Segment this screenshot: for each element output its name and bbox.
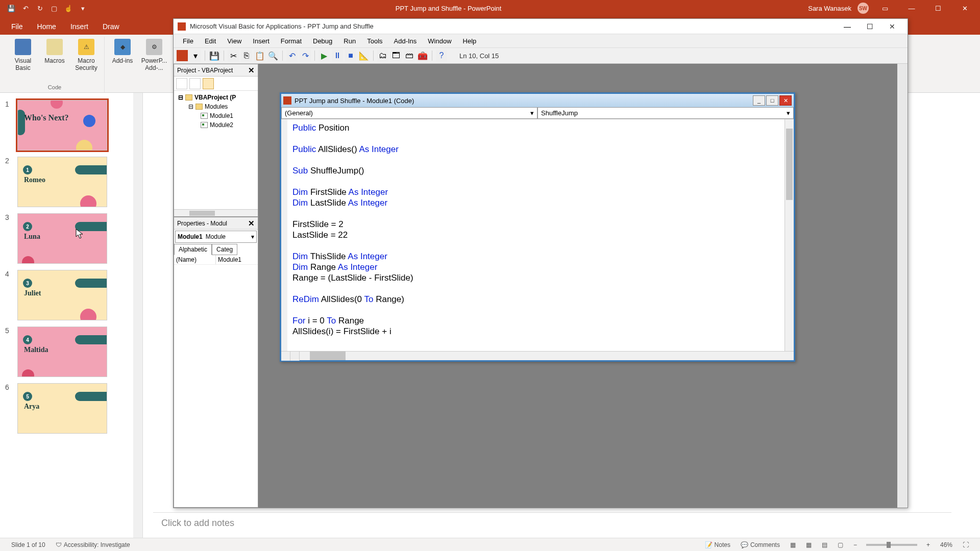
properties-tab-alphabetic[interactable]: Alphabetic xyxy=(174,244,212,255)
tb-insert-icon[interactable]: ▾ xyxy=(190,50,201,61)
tb-object-browser-icon[interactable]: 🗃 xyxy=(404,50,415,61)
vba-mdi-scrollbar[interactable] xyxy=(897,64,908,508)
minimize-icon[interactable]: — xyxy=(901,0,922,16)
slide-thumb-6[interactable]: 6 5 Arya xyxy=(0,380,142,437)
code-procedure-combo[interactable]: ShuffleJump▾ xyxy=(537,107,794,119)
view-code-icon[interactable] xyxy=(176,78,187,89)
menu-tools[interactable]: Tools xyxy=(362,36,387,46)
tab-file[interactable]: File xyxy=(4,18,30,35)
ribbon-display-icon[interactable]: ▭ xyxy=(875,0,895,16)
tb-copy-icon[interactable]: ⎘ xyxy=(241,50,252,61)
view-reading-icon[interactable]: ▤ xyxy=(817,541,832,548)
menu-insert[interactable]: Insert xyxy=(248,36,275,46)
view-normal-icon[interactable]: ▦ xyxy=(785,541,801,548)
code-vertical-scrollbar[interactable] xyxy=(785,119,794,351)
notes-pane[interactable]: Click to add notes xyxy=(153,512,951,538)
menu-view[interactable]: View xyxy=(222,36,247,46)
zoom-out-button[interactable]: − xyxy=(848,541,862,548)
powerpoint-addins-button[interactable]: ⚙PowerP... Add-... xyxy=(139,37,169,83)
project-hscroll-thumb[interactable] xyxy=(189,211,215,216)
tab-insert[interactable]: Insert xyxy=(63,18,95,35)
project-pane-close-button[interactable]: ✕ xyxy=(248,66,255,75)
procedure-view-icon[interactable] xyxy=(281,352,290,361)
slide-thumbnail-panel[interactable]: 1 Who's Next? 2 1 Romeo 3 2 xyxy=(0,93,143,538)
addins-button[interactable]: ◆Add-ins xyxy=(108,37,137,83)
tb-undo-icon[interactable]: ↶ xyxy=(286,50,298,61)
slide-thumb-5[interactable]: 5 4 Maltida xyxy=(0,323,142,380)
tb-view-pp-icon[interactable] xyxy=(177,50,188,61)
menu-edit[interactable]: Edit xyxy=(200,36,221,46)
tb-design-icon[interactable]: 📐 xyxy=(358,50,370,61)
touch-icon[interactable]: ☝ xyxy=(64,4,72,12)
code-window-minimize[interactable]: _ xyxy=(753,95,765,106)
code-window-close[interactable]: ✕ xyxy=(779,95,792,106)
tb-help-icon[interactable]: ? xyxy=(436,50,447,61)
status-accessibility[interactable]: 🛡 Accessibility: Investigate xyxy=(51,541,135,548)
properties-object-combo[interactable]: Module1Module▾ xyxy=(175,231,257,243)
code-object-combo[interactable]: (General)▾ xyxy=(281,107,537,119)
full-module-view-icon[interactable] xyxy=(290,352,300,361)
vba-close-button[interactable]: ✕ xyxy=(881,19,903,34)
project-tree[interactable]: ⊟ VBAProject (P ⊟ Modules Module1 Module… xyxy=(174,91,258,209)
redo-icon[interactable]: ↻ xyxy=(36,4,44,12)
zoom-fit-icon[interactable]: ⛶ xyxy=(958,541,974,548)
slide-thumb-3[interactable]: 3 2 Luna xyxy=(0,210,142,267)
undo-icon[interactable]: ↶ xyxy=(21,4,30,12)
tb-toolbox-icon[interactable]: 🧰 xyxy=(417,50,428,61)
menu-help[interactable]: Help xyxy=(458,36,482,46)
tb-paste-icon[interactable]: 📋 xyxy=(254,50,265,61)
tb-project-explorer-icon[interactable]: 🗂 xyxy=(377,50,388,61)
menu-addins[interactable]: Add-Ins xyxy=(389,36,422,46)
autosave-icon[interactable]: 💾 xyxy=(7,4,15,12)
code-window-maximize[interactable]: □ xyxy=(766,95,778,106)
qat-more-icon[interactable]: ▾ xyxy=(79,4,87,12)
code-horizontal-scrollbar[interactable] xyxy=(310,352,346,360)
menu-file[interactable]: File xyxy=(178,36,199,46)
user-name[interactable]: Sara Wanasek xyxy=(808,5,851,12)
status-slide-number[interactable]: Slide 1 of 10 xyxy=(6,541,51,548)
zoom-in-button[interactable]: + xyxy=(921,541,935,548)
tree-node-module2[interactable]: Module2 xyxy=(176,120,256,130)
menu-run[interactable]: Run xyxy=(338,36,361,46)
user-avatar[interactable]: SW xyxy=(857,3,869,14)
tab-draw[interactable]: Draw xyxy=(95,18,127,35)
maximize-icon[interactable]: ☐ xyxy=(928,0,948,16)
view-sorter-icon[interactable]: ▦ xyxy=(801,541,817,548)
toggle-folders-icon[interactable] xyxy=(203,78,214,89)
vba-minimize-button[interactable]: — xyxy=(836,19,859,34)
status-notes-button[interactable]: 📝 Notes xyxy=(700,541,736,548)
close-icon[interactable]: ✕ xyxy=(954,0,975,16)
vba-titlebar[interactable]: Microsoft Visual Basic for Applications … xyxy=(174,19,908,34)
tb-properties-icon[interactable]: 🗔 xyxy=(390,50,402,61)
macros-button[interactable]: Macros xyxy=(40,37,69,83)
properties-pane-close-button[interactable]: ✕ xyxy=(248,219,255,228)
code-window-titlebar[interactable]: PPT Jump and Shuffle - Module1 (Code) _ … xyxy=(281,94,794,107)
status-comments-button[interactable]: 💬 Comments xyxy=(736,541,785,548)
tb-cut-icon[interactable]: ✂ xyxy=(228,50,239,61)
tab-home[interactable]: Home xyxy=(30,18,63,35)
vba-maximize-button[interactable]: ☐ xyxy=(859,19,881,34)
tb-redo-icon[interactable]: ↷ xyxy=(300,50,311,61)
tb-save-icon[interactable]: 💾 xyxy=(209,50,220,61)
properties-tab-categorized[interactable]: Categ xyxy=(212,244,237,255)
code-editor[interactable]: Public Position Public AllSlides() As In… xyxy=(281,119,785,351)
menu-format[interactable]: Format xyxy=(276,36,307,46)
slide-thumb-4[interactable]: 4 3 Juliet xyxy=(0,267,142,323)
tb-break-icon[interactable]: ⏸ xyxy=(332,50,343,61)
slide-thumb-1[interactable]: 1 Who's Next? xyxy=(0,97,142,154)
tb-reset-icon[interactable]: ■ xyxy=(345,50,356,61)
tb-run-icon[interactable]: ▶ xyxy=(318,50,330,61)
tb-find-icon[interactable]: 🔍 xyxy=(267,50,279,61)
view-slideshow-icon[interactable]: ▢ xyxy=(832,541,848,548)
menu-debug[interactable]: Debug xyxy=(308,36,337,46)
visual-basic-button[interactable]: Visual Basic xyxy=(8,37,38,83)
macro-security-button[interactable]: ⚠Macro Security xyxy=(71,37,101,83)
view-object-icon[interactable] xyxy=(189,78,201,89)
zoom-level[interactable]: 46% xyxy=(935,541,958,548)
present-icon[interactable]: ▢ xyxy=(50,4,58,12)
slide-panel-scrollbar[interactable] xyxy=(133,93,142,538)
tree-node-module1[interactable]: Module1 xyxy=(176,111,256,120)
slide-thumb-2[interactable]: 2 1 Romeo xyxy=(0,154,142,210)
property-row-name[interactable]: (Name) Module1 xyxy=(174,255,258,265)
menu-window[interactable]: Window xyxy=(423,36,456,46)
